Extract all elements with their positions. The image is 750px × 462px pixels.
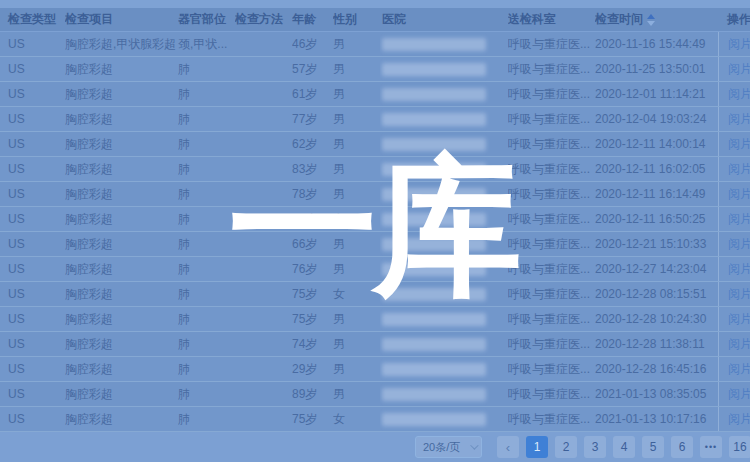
view-image-link[interactable]: 阅片 [728,211,750,228]
cell-age: 61岁 [292,82,333,106]
cell-exam-time: 2020-12-11 16:50:25 [595,207,718,231]
cell-department: 呼吸与重症医... [508,257,595,281]
cell-exam-item: 胸腔彩超 [65,307,178,331]
cell-exam-item: 胸腔彩超 [65,232,178,256]
view-image-link[interactable]: 阅片 [728,236,750,253]
view-image-link[interactable]: 阅片 [728,61,750,78]
view-image-link[interactable]: 阅片 [728,311,750,328]
view-image-link[interactable]: 阅片 [728,136,750,153]
cell-exam-type: US [0,32,65,56]
cell-organ: 肺 [178,157,235,181]
view-image-link[interactable]: 阅片 [728,411,750,428]
table-row: US 胸腔彩超 肺 78岁 男 呼吸与重症医... 2020-12-11 16:… [0,182,750,207]
table-row: US 胸腔彩超 肺 61岁 男 呼吸与重症医... 2020-12-01 11:… [0,82,750,107]
view-image-link[interactable]: 阅片 [728,386,750,403]
cell-gender: 男 [333,357,380,381]
more-pages-button[interactable]: ••• [700,436,722,458]
prev-page-button[interactable]: ‹ [497,436,519,458]
cell-hospital [380,407,508,431]
table-row: US 胸腔彩超 肺 76岁 女 呼吸与重症医... 2020-12-11 16:… [0,207,750,232]
cell-exam-type: US [0,57,65,81]
view-image-link[interactable]: 阅片 [728,86,750,103]
hospital-redacted-blur [382,163,486,176]
cell-department: 呼吸与重症医... [508,282,595,306]
page-button-5[interactable]: 5 [642,436,664,458]
cell-action: 阅片 [718,32,750,56]
view-image-link[interactable]: 阅片 [728,361,750,378]
page-button-4[interactable]: 4 [613,436,635,458]
cell-exam-type: US [0,157,65,181]
col-header-exam-time[interactable]: 检查时间 [595,8,718,31]
cell-exam-time: 2020-12-01 11:14:21 [595,82,718,106]
hospital-redacted-blur [382,188,486,201]
cell-hospital [380,132,508,156]
cell-organ: 肺 [178,357,235,381]
cell-department: 呼吸与重症医... [508,207,595,231]
table-body: US 胸腔彩超,甲状腺彩超 颈,甲状... 46岁 男 呼吸与重症医... 20… [0,32,750,432]
cell-department: 呼吸与重症医... [508,182,595,206]
view-image-link[interactable]: 阅片 [728,286,750,303]
cell-exam-time: 2020-12-04 19:03:24 [595,107,718,131]
cell-action: 阅片 [718,307,750,331]
col-header-exam-item: 检查项目 [65,8,178,31]
sort-caret-icon[interactable] [647,14,655,26]
cell-exam-time: 2020-12-21 15:10:33 [595,232,718,256]
table-row: US 胸腔彩超 肺 29岁 男 呼吸与重症医... 2020-12-28 16:… [0,357,750,382]
cell-exam-item: 胸腔彩超 [65,132,178,156]
cell-gender: 男 [333,332,380,356]
cell-hospital [380,282,508,306]
table-row: US 胸腔彩超 肺 75岁 女 呼吸与重症医... 2020-12-28 08:… [0,282,750,307]
cell-gender: 男 [333,157,380,181]
page-button-3[interactable]: 3 [584,436,606,458]
cell-organ: 肺 [178,307,235,331]
page-button-6[interactable]: 6 [671,436,693,458]
cell-organ: 肺 [178,82,235,106]
hospital-redacted-blur [382,338,486,351]
cell-age: 57岁 [292,57,333,81]
cell-hospital [380,107,508,131]
table-header: 检查类型 检查项目 器官部位 检查方法 年龄 性别 医院 送检科室 检查时间 操… [0,8,750,32]
cell-age: 76岁 [292,207,333,231]
cell-exam-type: US [0,307,65,331]
page-size-select[interactable]: 20条/页 [415,436,482,458]
view-image-link[interactable]: 阅片 [728,36,750,53]
cell-method [235,132,292,156]
cell-method [235,82,292,106]
cell-hospital [380,382,508,406]
cell-exam-time: 2020-11-16 15:44:49 [595,32,718,56]
cell-department: 呼吸与重症医... [508,32,595,56]
cell-department: 呼吸与重症医... [508,382,595,406]
cell-action: 阅片 [718,207,750,231]
table-row: US 胸腔彩超 肺 83岁 男 呼吸与重症医... 2020-12-11 16:… [0,157,750,182]
cell-age: 46岁 [292,32,333,56]
cell-age: 75岁 [292,282,333,306]
cell-exam-time: 2020-12-11 16:14:49 [595,182,718,206]
cell-hospital [380,182,508,206]
hospital-redacted-blur [382,213,486,226]
view-image-link[interactable]: 阅片 [728,261,750,278]
view-image-link[interactable]: 阅片 [728,336,750,353]
hospital-redacted-blur [382,413,486,426]
hospital-redacted-blur [382,38,486,51]
cell-hospital [380,32,508,56]
cell-age: 75岁 [292,407,333,431]
view-image-link[interactable]: 阅片 [728,186,750,203]
cell-exam-item: 胸腔彩超 [65,82,178,106]
cell-organ: 肺 [178,132,235,156]
table-row: US 胸腔彩超 肺 77岁 男 呼吸与重症医... 2020-12-04 19:… [0,107,750,132]
table-row: US 胸腔彩超 肺 89岁 男 呼吸与重症医... 2021-01-13 08:… [0,382,750,407]
cell-action: 阅片 [718,257,750,281]
page-button-1[interactable]: 1 [526,436,548,458]
cell-department: 呼吸与重症医... [508,107,595,131]
page-button-2[interactable]: 2 [555,436,577,458]
page-button-16[interactable]: 16 [729,436,750,458]
cell-method [235,332,292,356]
cell-organ: 肺 [178,332,235,356]
cell-gender: 男 [333,382,380,406]
view-image-link[interactable]: 阅片 [728,161,750,178]
cell-gender: 男 [333,82,380,106]
cell-method [235,157,292,181]
cell-exam-item: 胸腔彩超 [65,332,178,356]
view-image-link[interactable]: 阅片 [728,111,750,128]
cell-method [235,32,292,56]
